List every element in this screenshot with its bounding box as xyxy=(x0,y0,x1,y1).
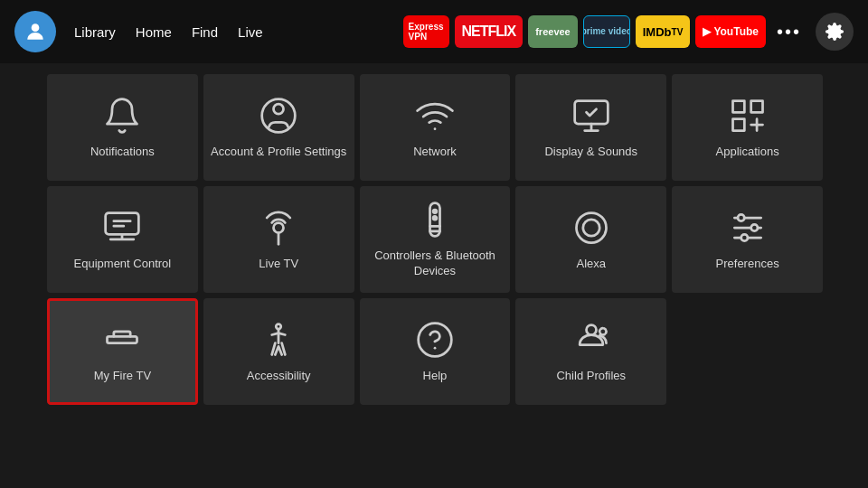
nav-live[interactable]: Live xyxy=(236,21,265,43)
antenna-icon xyxy=(259,208,298,248)
tile-livetv-label: Live TV xyxy=(259,257,298,272)
app-primevideo[interactable]: prime video xyxy=(583,15,630,48)
sliders-icon xyxy=(728,208,768,248)
svg-point-12 xyxy=(576,212,606,242)
svg-point-17 xyxy=(738,214,744,221)
firetv-icon xyxy=(102,320,142,360)
tile-display-sounds[interactable]: Display & Sounds xyxy=(515,74,666,181)
svg-rect-4 xyxy=(732,100,744,112)
svg-point-2 xyxy=(274,104,284,114)
help-icon xyxy=(415,320,455,360)
tile-display-sounds-label: Display & Sounds xyxy=(544,145,637,160)
tv-monitor-icon xyxy=(102,208,142,248)
tile-account-label: Account & Profile Settings xyxy=(211,145,346,160)
svg-point-18 xyxy=(750,224,757,230)
tile-notifications-label: Notifications xyxy=(90,145,155,160)
svg-rect-6 xyxy=(732,118,744,130)
settings-button[interactable] xyxy=(816,13,854,51)
nav-library[interactable]: Library xyxy=(72,21,118,43)
settings-main: Notifications Account & Profile Settings… xyxy=(0,63,868,416)
svg-rect-5 xyxy=(750,100,762,112)
tile-preferences-label: Preferences xyxy=(716,257,779,272)
tile-controllers[interactable]: Controllers & Bluetooth Devices xyxy=(360,186,511,293)
svg-point-22 xyxy=(419,323,452,356)
tile-myfiretv[interactable]: My Fire TV xyxy=(47,298,198,405)
topbar: Library Home Find Live ExpressVPN NETFLI… xyxy=(0,0,868,63)
tile-applications-label: Applications xyxy=(716,145,779,160)
svg-point-24 xyxy=(586,324,596,334)
apps-icon xyxy=(728,96,768,136)
svg-point-21 xyxy=(276,324,281,329)
empty-cell xyxy=(672,298,823,405)
alexa-icon xyxy=(571,208,611,248)
svg-point-11 xyxy=(433,216,437,220)
display-sound-icon xyxy=(571,96,611,136)
app-youtube[interactable]: ▶ YouTube xyxy=(695,15,766,48)
tile-alexa-label: Alexa xyxy=(577,257,607,272)
avatar[interactable] xyxy=(14,11,56,52)
svg-point-0 xyxy=(32,23,40,32)
svg-rect-20 xyxy=(108,336,137,343)
settings-grid-row3: My Fire TV Accessibility xyxy=(47,298,823,405)
tile-account[interactable]: Account & Profile Settings xyxy=(203,74,354,181)
svg-point-25 xyxy=(599,328,606,334)
nav-find[interactable]: Find xyxy=(190,21,220,43)
child-icon xyxy=(571,320,611,360)
tile-applications[interactable]: Applications xyxy=(672,74,823,181)
settings-grid-row1: Notifications Account & Profile Settings… xyxy=(47,74,823,181)
tile-accessibility-label: Accessibility xyxy=(247,369,311,384)
tile-help[interactable]: Help xyxy=(360,298,511,405)
svg-rect-7 xyxy=(106,212,139,234)
tile-notifications[interactable]: Notifications xyxy=(47,74,198,181)
bell-icon xyxy=(102,96,142,136)
wifi-icon xyxy=(415,96,455,136)
tile-network[interactable]: Network xyxy=(360,74,511,181)
person-circle-icon xyxy=(259,96,298,136)
app-imdb[interactable]: IMDbTV xyxy=(636,15,691,48)
accessibility-icon xyxy=(259,320,298,360)
svg-point-8 xyxy=(274,222,284,232)
svg-point-19 xyxy=(741,234,747,240)
app-netflix[interactable]: NETFLIX xyxy=(455,15,524,48)
more-apps-button[interactable]: ••• xyxy=(771,18,807,46)
app-freevee[interactable]: freevee xyxy=(528,15,578,48)
tile-child-profiles[interactable]: Child Profiles xyxy=(515,298,666,405)
tile-help-label: Help xyxy=(423,369,448,384)
settings-grid-row2: Equipment Control Live TV xyxy=(47,186,823,293)
tile-alexa[interactable]: Alexa xyxy=(515,186,666,293)
tile-controllers-label: Controllers & Bluetooth Devices xyxy=(367,249,504,279)
tile-child-profiles-label: Child Profiles xyxy=(556,369,626,384)
nav-home[interactable]: Home xyxy=(134,21,174,43)
tile-myfiretv-label: My Fire TV xyxy=(94,369,151,384)
tile-accessibility[interactable]: Accessibility xyxy=(203,298,354,405)
svg-point-13 xyxy=(583,219,599,235)
app-expressvpn[interactable]: ExpressVPN xyxy=(403,15,449,48)
tile-livetv[interactable]: Live TV xyxy=(203,186,354,293)
remote-icon xyxy=(415,200,455,239)
svg-point-10 xyxy=(433,210,437,213)
tile-preferences[interactable]: Preferences xyxy=(672,186,823,293)
app-shortcuts: ExpressVPN NETFLIX freevee prime video I… xyxy=(403,13,854,51)
tile-equipment-label: Equipment Control xyxy=(74,257,172,272)
tile-network-label: Network xyxy=(413,145,457,160)
tile-equipment[interactable]: Equipment Control xyxy=(47,186,198,293)
top-nav: Library Home Find Live xyxy=(72,21,265,43)
